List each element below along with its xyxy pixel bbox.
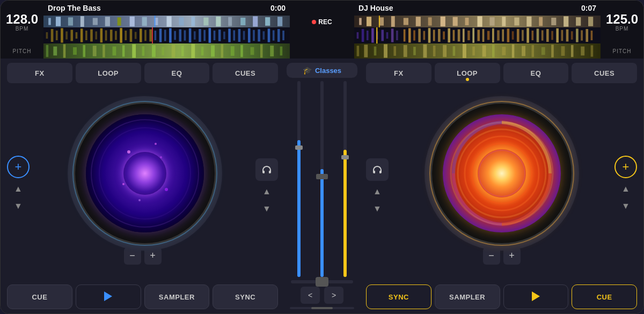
left-nudge-down[interactable]: ▼ (12, 200, 25, 213)
svg-rect-48 (169, 28, 172, 43)
right-tab-buttons: FX LOOP EQ CUES (366, 63, 637, 83)
svg-rect-173 (364, 45, 368, 57)
left-sampler-button[interactable]: SAMPLER (144, 284, 210, 309)
svg-rect-23 (46, 32, 48, 39)
right-nudge-up[interactable]: ▲ (619, 182, 632, 195)
right-deck-body: ▲ ▼ (366, 86, 637, 281)
main-fader-handle[interactable] (316, 174, 328, 179)
left-loop-tab[interactable]: LOOP (76, 63, 141, 83)
right-deck-right-controls: + ▲ ▼ (614, 156, 637, 213)
svg-rect-188 (512, 45, 515, 58)
right-loop-tab[interactable]: LOOP (435, 63, 500, 83)
svg-rect-30 (80, 28, 83, 42)
svg-rect-78 (404, 18, 408, 25)
crossfader-track[interactable] (291, 280, 353, 283)
svg-rect-190 (531, 45, 534, 57)
svg-rect-21 (155, 16, 156, 27)
left-cues-tab[interactable]: CUES (213, 63, 278, 83)
right-nudge-down[interactable]: ▼ (619, 200, 632, 213)
left-minus-btn[interactable]: − (124, 247, 141, 265)
right-sampler-button[interactable]: SAMPLER (435, 284, 500, 309)
svg-rect-158 (162, 47, 164, 55)
left-fader-handle[interactable] (295, 145, 303, 150)
left-sync-button[interactable]: SYNC (213, 284, 278, 309)
left-deck: FX LOOP EQ CUES + ▲ ▼ (1, 59, 284, 313)
left-nudge-up[interactable]: ▲ (12, 182, 25, 195)
svg-rect-172 (357, 46, 360, 56)
svg-rect-18 (253, 16, 258, 26)
svg-rect-64 (248, 28, 251, 42)
svg-rect-155 (132, 44, 136, 57)
left-cue-button[interactable]: CUE (7, 284, 72, 309)
svg-rect-66 (258, 30, 260, 42)
svg-rect-148 (63, 44, 66, 57)
svg-rect-117 (463, 28, 465, 42)
svg-rect-19 (265, 17, 270, 26)
svg-rect-139 (571, 31, 573, 40)
left-fader-track[interactable] (297, 81, 301, 277)
right-fader-track[interactable] (343, 81, 347, 277)
pitch-row: PITCH (1, 43, 643, 59)
svg-rect-55 (203, 30, 206, 41)
svg-rect-195 (581, 47, 584, 56)
nav-right-btn[interactable]: > (324, 287, 343, 304)
svg-rect-41 (135, 32, 137, 39)
left-plus-btn[interactable]: + (144, 247, 162, 265)
classes-button[interactable]: 🎓 Classes (287, 63, 357, 78)
left-eq-tab[interactable]: EQ (144, 63, 210, 83)
svg-rect-7 (118, 17, 121, 25)
crossfader-handle[interactable] (316, 277, 328, 287)
svg-rect-17 (240, 18, 245, 25)
svg-rect-193 (561, 46, 565, 56)
right-fx-tab[interactable]: FX (366, 63, 431, 83)
svg-rect-75 (367, 17, 371, 26)
left-right-nudge-up[interactable]: ▲ (260, 185, 273, 198)
right-fader-handle[interactable] (341, 155, 349, 159)
svg-point-211 (465, 136, 539, 210)
left-fx-tab[interactable]: FX (7, 63, 72, 83)
right-play-button[interactable] (503, 284, 569, 309)
svg-rect-184 (472, 47, 475, 56)
svg-rect-176 (393, 46, 396, 56)
right-sync-button[interactable]: SYNC (366, 284, 431, 309)
left-deck-left-controls: + ▲ ▼ (7, 156, 30, 213)
svg-rect-94 (379, 16, 380, 27)
left-add-button[interactable]: + (7, 156, 30, 178)
right-cues-tab[interactable]: CUES (572, 63, 637, 83)
scrollbar-thumb (311, 307, 333, 309)
svg-rect-45 (155, 31, 157, 40)
svg-rect-149 (73, 47, 77, 55)
mixer-scrollbar[interactable] (290, 307, 354, 309)
svg-rect-88 (526, 17, 531, 26)
right-left-nudge-down[interactable]: ▼ (371, 202, 384, 215)
left-headphone-btn[interactable] (255, 158, 278, 181)
right-headphone-btn[interactable] (366, 158, 389, 181)
right-eq-tab[interactable]: EQ (503, 63, 569, 83)
nav-left-btn[interactable]: < (301, 287, 320, 304)
svg-rect-126 (507, 28, 510, 42)
svg-rect-16 (228, 17, 232, 26)
svg-rect-13 (191, 17, 195, 26)
svg-rect-97 (362, 29, 364, 42)
left-right-nudge-down[interactable]: ▼ (260, 202, 273, 215)
svg-rect-86 (502, 17, 506, 26)
right-minus-btn[interactable]: − (483, 247, 500, 265)
svg-rect-31 (85, 31, 87, 40)
svg-rect-151 (93, 46, 97, 56)
left-play-button[interactable] (76, 284, 141, 309)
right-left-nudge-up[interactable]: ▲ (371, 185, 384, 198)
svg-rect-152 (103, 45, 105, 57)
main-fader-track[interactable] (320, 81, 324, 277)
svg-rect-28 (70, 30, 73, 41)
right-cue-button[interactable]: CUE (572, 284, 637, 309)
svg-rect-183 (463, 44, 466, 58)
svg-rect-44 (149, 30, 152, 42)
left-turntable[interactable] (75, 104, 215, 243)
mixer: 🎓 Classes (284, 59, 360, 313)
svg-rect-50 (179, 30, 181, 42)
right-overview-svg (354, 16, 601, 27)
right-turntable[interactable] (432, 104, 572, 243)
right-add-button[interactable]: + (614, 156, 637, 178)
svg-rect-92 (576, 17, 581, 26)
right-plus-btn[interactable]: + (503, 247, 521, 265)
